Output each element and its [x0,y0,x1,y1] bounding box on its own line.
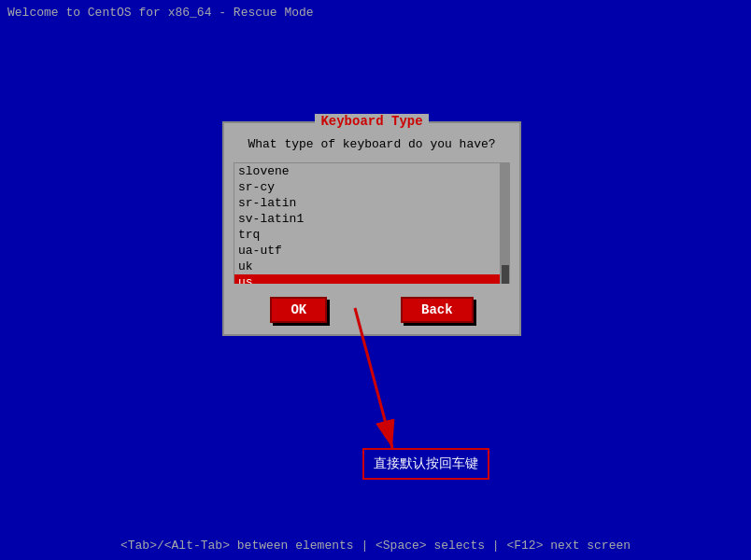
list-item[interactable]: uk [234,259,500,274]
status-bar: <Tab>/<Alt-Tab> between elements | <Spac… [0,539,751,553]
dialog-title-bar: Keyboard Type [224,114,519,129]
back-button[interactable]: Back [401,297,474,323]
list-item[interactable]: trq [234,227,500,243]
list-item[interactable]: us [234,274,500,284]
buttons-row: OK Back [234,297,510,323]
tooltip-text: 直接默认按回车键 [374,456,478,471]
scrollbar-thumb [502,265,509,284]
dialog-box: Keyboard Type What type of keyboard do y… [222,121,521,336]
dialog-question: What type of keyboard do you have? [234,136,510,153]
list-item[interactable]: sr-cy [234,179,500,195]
list-item[interactable]: sr-latin [234,195,500,211]
scrollbar [501,162,510,284]
listbox-container: slovenesr-cysr-latinsv-latin1trqua-utfuk… [234,162,510,284]
dialog-title: Keyboard Type [315,114,428,129]
list-item[interactable]: slovene [234,163,500,179]
list-item[interactable]: ua-utf [234,243,500,259]
title-text: Welcome to CentOS for x86_64 - Rescue Mo… [7,6,314,20]
status-text: <Tab>/<Alt-Tab> between elements | <Spac… [120,539,631,553]
keyboard-listbox[interactable]: slovenesr-cysr-latinsv-latin1trqua-utfuk… [234,162,501,284]
title-bar: Welcome to CentOS for x86_64 - Rescue Mo… [7,6,314,20]
list-item[interactable]: sv-latin1 [234,211,500,227]
ok-button[interactable]: OK [270,297,327,323]
tooltip-box: 直接默认按回车键 [362,448,489,480]
